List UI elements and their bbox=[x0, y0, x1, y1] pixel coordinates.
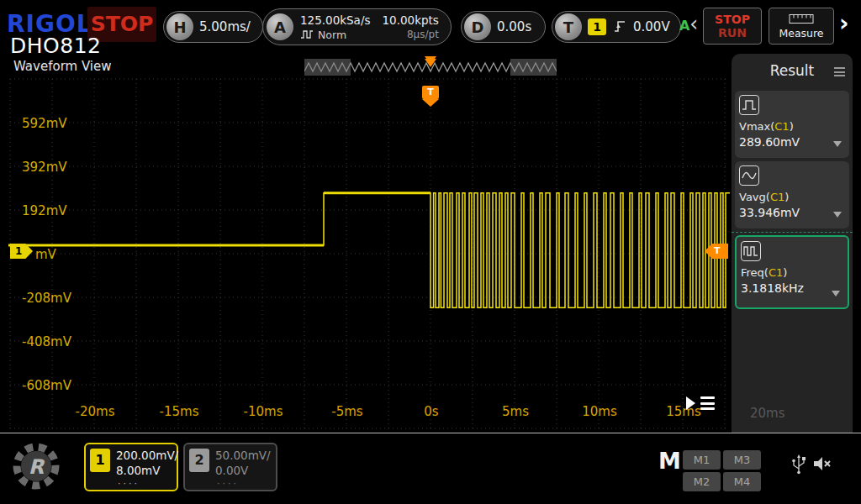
channel2-badge: 2 bbox=[189, 449, 209, 472]
measure-label: Measure bbox=[779, 27, 823, 39]
acquisition-control[interactable]: A 125.00kSa/s Norm 10.00kpts 8µs/pt bbox=[262, 8, 452, 45]
trigger-control[interactable]: T 1 0.00V bbox=[552, 11, 681, 43]
arrow-right-icon bbox=[686, 396, 695, 410]
measurement-name-close: ) bbox=[783, 266, 787, 279]
channel1-settings[interactable]: 1 200.00mV/ 8.00mV ···· bbox=[84, 443, 178, 491]
channel2-offset: 0.00V bbox=[215, 464, 248, 477]
x-axis-label: -20ms bbox=[70, 404, 120, 419]
channel2-scale: 50.00mV/ bbox=[215, 449, 271, 462]
channel1-offset: 8.00mV bbox=[116, 464, 160, 477]
math4-button[interactable]: M4 bbox=[723, 472, 761, 491]
trigger-source-badge: 1 bbox=[588, 18, 606, 35]
measurement-value: 33.946mV bbox=[739, 206, 845, 219]
measurement-name: Vavg( bbox=[739, 191, 770, 203]
x-axis-label: -15ms bbox=[154, 404, 204, 419]
a-knob-icon[interactable]: A bbox=[267, 13, 293, 40]
header-next-arrow[interactable]: › bbox=[839, 9, 849, 37]
math3-button[interactable]: M3 bbox=[723, 450, 761, 470]
freq-icon bbox=[741, 241, 761, 261]
result-panel: Result Vmax(C1) 289.60mV Vavg(C1) 33.946… bbox=[732, 54, 853, 433]
measurement-name-close: ) bbox=[784, 191, 789, 203]
y-axis-label: 192mV bbox=[22, 203, 67, 218]
d-knob-icon[interactable]: D bbox=[464, 13, 491, 40]
time-per-point: 8µs/pt bbox=[382, 29, 438, 40]
y-axis-label: mV bbox=[35, 247, 56, 262]
chevron-down-icon[interactable] bbox=[833, 212, 842, 218]
delay-value: 0.00s bbox=[497, 19, 531, 34]
y-axis-label: -208mV bbox=[22, 291, 71, 306]
stop-run-button[interactable]: STOP RUN bbox=[703, 8, 762, 45]
math-label: M bbox=[658, 448, 681, 474]
y-axis-label: 392mV bbox=[22, 160, 67, 175]
waveform-canvas[interactable] bbox=[8, 77, 730, 430]
y-axis-label: 592mV bbox=[22, 116, 67, 131]
math1-button[interactable]: M1 bbox=[683, 450, 721, 470]
chevron-down-icon[interactable] bbox=[832, 291, 840, 297]
h-knob-icon[interactable]: H bbox=[166, 13, 193, 40]
measurement-name-close: ) bbox=[790, 120, 794, 133]
stop-label: STOP bbox=[715, 13, 750, 26]
measurement-channel: C1 bbox=[769, 266, 783, 279]
trigger-slope-icon bbox=[614, 19, 626, 34]
channel1-scale: 200.00mV/ bbox=[116, 449, 178, 462]
measurement-channel: C1 bbox=[770, 191, 784, 203]
trigger-time-marker-arrow-icon bbox=[422, 99, 439, 107]
speaker-muted-icon[interactable] bbox=[812, 455, 832, 475]
run-label: RUN bbox=[718, 27, 747, 39]
channel2-indicator-dots: ···· bbox=[217, 478, 239, 489]
measurement-card-vavg[interactable]: Vavg(C1) 33.946mV bbox=[735, 161, 849, 228]
measurement-value: 289.60mV bbox=[739, 135, 845, 149]
trigger-position-pointer-icon[interactable] bbox=[425, 56, 436, 65]
acq-mode: Norm bbox=[318, 29, 346, 41]
trigger-sweep-mode: A bbox=[679, 18, 689, 34]
measurement-name: Freq( bbox=[741, 266, 769, 279]
selection-dashed-line bbox=[732, 232, 853, 233]
x-axis-label: 0s bbox=[406, 404, 457, 419]
x-axis-label-hidden: 20ms bbox=[750, 406, 785, 421]
vmax-icon bbox=[739, 95, 759, 115]
usb-icon bbox=[790, 454, 807, 479]
trigger-level-value: 0.00V bbox=[633, 19, 670, 34]
measurement-value: 3.1818kHz bbox=[741, 281, 843, 295]
sample-rate: 125.00kSa/s bbox=[300, 13, 370, 27]
measurement-name: Vmax( bbox=[739, 120, 774, 133]
x-axis-label: -5ms bbox=[322, 404, 372, 419]
measurement-channel: C1 bbox=[774, 120, 789, 133]
y-axis-label: -608mV bbox=[22, 378, 71, 393]
channel1-badge: 1 bbox=[90, 449, 110, 472]
result-menu-icon[interactable] bbox=[834, 67, 845, 76]
t-knob-icon[interactable]: T bbox=[555, 13, 582, 40]
chevron-down-icon[interactable] bbox=[833, 141, 842, 147]
logo-letter: R bbox=[10, 455, 62, 479]
model-name: DHO812 bbox=[10, 34, 101, 58]
rigol-gear-logo[interactable]: R bbox=[10, 440, 62, 492]
x-axis-label: 5ms bbox=[490, 404, 541, 419]
measure-button[interactable]: Measure bbox=[769, 8, 834, 45]
expand-menu-icon[interactable] bbox=[686, 396, 715, 410]
timebase-value: 5.00ms/ bbox=[199, 19, 251, 34]
acq-mode-icon bbox=[300, 29, 314, 39]
hamburger-icon bbox=[700, 396, 715, 410]
vavg-icon bbox=[739, 165, 759, 186]
horizontal-timebase-control[interactable]: H 5.00ms/ bbox=[163, 11, 263, 43]
delay-control[interactable]: D 0.00s bbox=[461, 11, 546, 43]
trigger-time-marker-label: T bbox=[427, 87, 434, 97]
ruler-icon bbox=[789, 13, 814, 24]
x-axis-label: -10ms bbox=[238, 404, 288, 419]
measurement-card-vmax[interactable]: Vmax(C1) 289.60mV bbox=[735, 91, 849, 158]
x-axis-label: 10ms bbox=[574, 404, 625, 419]
window-divider bbox=[0, 433, 861, 433]
waveform-plot-area[interactable]: 592mV 392mV 192mV mV -208mV -408mV -608m… bbox=[8, 77, 730, 430]
math2-button[interactable]: M2 bbox=[683, 472, 721, 491]
memory-depth: 10.00kpts bbox=[382, 13, 438, 27]
channel1-indicator-dots: ···· bbox=[118, 478, 140, 489]
measurement-card-freq[interactable]: Freq(C1) 3.1818kHz bbox=[735, 235, 849, 309]
trigger-time-marker[interactable]: T bbox=[422, 86, 439, 99]
waveform-view-tab[interactable]: Waveform View bbox=[13, 59, 112, 74]
y-axis-label: -408mV bbox=[22, 334, 71, 349]
header-prev-arrow[interactable]: ‹ bbox=[689, 11, 698, 36]
channel2-settings[interactable]: 2 50.00mV/ 0.00V ···· bbox=[183, 443, 277, 491]
